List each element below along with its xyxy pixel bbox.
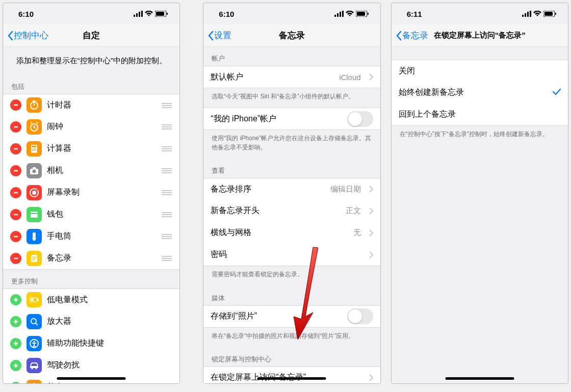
svg-rect-27 bbox=[31, 299, 34, 301]
back-button[interactable]: 设置 bbox=[207, 24, 231, 46]
svg-rect-0 bbox=[134, 15, 135, 17]
drag-handle-icon[interactable] bbox=[161, 166, 172, 175]
row-label: 屏幕录制 bbox=[47, 187, 156, 198]
home-indicator bbox=[257, 377, 326, 380]
note-bottom: 在“控制中心”按下“备忘录”控制时，始终创建新备忘录。 bbox=[392, 126, 568, 146]
row-default-account[interactable]: 默认帐户 iCloud bbox=[203, 66, 380, 88]
control-row[interactable]: 屏幕录制 bbox=[3, 181, 179, 204]
svg-rect-41 bbox=[357, 12, 365, 16]
remove-button[interactable] bbox=[10, 121, 21, 133]
add-button[interactable] bbox=[10, 338, 21, 349]
remove-button[interactable] bbox=[10, 209, 21, 220]
note-default-account: 选取“今天”视图中 Siri 和“备忘录”小组件的默认帐户。 bbox=[203, 88, 380, 108]
svg-point-34 bbox=[36, 368, 37, 369]
chevron-left-icon bbox=[7, 31, 13, 41]
svg-rect-32 bbox=[30, 366, 38, 368]
svg-rect-44 bbox=[525, 13, 526, 17]
row-my-iphone-account[interactable]: “我的 iPhone”帐户 bbox=[203, 108, 380, 130]
drag-handle-icon[interactable] bbox=[161, 210, 172, 219]
back-button[interactable]: 备忘录 bbox=[396, 24, 428, 46]
svg-rect-5 bbox=[156, 12, 164, 16]
remove-button[interactable] bbox=[10, 231, 21, 242]
svg-point-15 bbox=[34, 150, 35, 151]
section-view-header: 查看 bbox=[203, 159, 380, 178]
chevron-left-icon bbox=[207, 31, 214, 41]
svg-point-18 bbox=[33, 169, 36, 173]
control-row[interactable]: 驾驶勿扰 bbox=[3, 354, 179, 377]
option-row[interactable]: 始终创建新备忘录 bbox=[392, 82, 568, 104]
drag-handle-icon[interactable] bbox=[161, 144, 172, 153]
row-label: 低电量模式 bbox=[47, 295, 172, 305]
remove-button[interactable] bbox=[10, 165, 21, 176]
nav-title: 自定 bbox=[83, 30, 100, 41]
control-row[interactable]: 手电筒 bbox=[3, 225, 179, 248]
add-button[interactable] bbox=[10, 382, 21, 384]
row-label: 备忘录排序 bbox=[211, 184, 325, 195]
svg-point-31 bbox=[34, 341, 35, 342]
control-row[interactable]: 低电量模式 bbox=[3, 289, 179, 311]
control-row[interactable]: 钱包 bbox=[3, 203, 179, 226]
svg-rect-6 bbox=[167, 13, 168, 15]
svg-point-11 bbox=[32, 148, 33, 149]
drag-handle-icon[interactable] bbox=[161, 232, 172, 241]
status-time: 6:10 bbox=[18, 10, 34, 18]
remove-button[interactable] bbox=[10, 187, 21, 198]
control-row[interactable]: 备忘录 bbox=[3, 247, 179, 270]
control-row[interactable]: 相机 bbox=[3, 160, 179, 182]
chevron-right-icon bbox=[369, 374, 373, 381]
section-account-header: 帐户 bbox=[203, 47, 380, 66]
remove-button[interactable] bbox=[10, 143, 21, 154]
option-row[interactable]: 回到上个备忘录 bbox=[392, 103, 568, 126]
toggle-save-photos[interactable] bbox=[347, 308, 373, 324]
control-row[interactable]: 闹钟 bbox=[3, 116, 179, 138]
signal-icon bbox=[134, 11, 143, 17]
include-list: 计时器闹钟计算器相机屏幕录制钱包手电筒备忘录 bbox=[3, 94, 179, 270]
content-scroll[interactable]: 关闭始终创建新备忘录回到上个备忘录 在“控制中心”按下“备忘录”控制时，始终创建… bbox=[392, 47, 568, 383]
back-button[interactable]: 控制中心 bbox=[7, 24, 48, 46]
svg-rect-24 bbox=[33, 232, 36, 238]
row-value: 编辑日期 bbox=[330, 185, 361, 194]
svg-point-13 bbox=[35, 148, 36, 149]
add-button[interactable] bbox=[10, 360, 21, 371]
content-scroll[interactable]: 帐户 默认帐户 iCloud 选取“今天”视图中 Siri 和“备忘录”小组件的… bbox=[203, 47, 380, 383]
control-row[interactable]: 放大器 bbox=[3, 310, 179, 333]
row-sort[interactable]: 备忘录排序 编辑日期 bbox=[203, 178, 380, 200]
row-password[interactable]: 密码 bbox=[203, 244, 380, 266]
remove-button[interactable] bbox=[10, 99, 21, 111]
row-label: 横线与网格 bbox=[211, 227, 348, 238]
drag-handle-icon[interactable] bbox=[161, 188, 172, 197]
notes-icon bbox=[27, 251, 42, 266]
row-lines[interactable]: 横线与网格 无 bbox=[203, 222, 380, 244]
row-newnote[interactable]: 新备忘录开头 正文 bbox=[203, 200, 380, 222]
wifi-icon bbox=[145, 11, 153, 17]
nav-bar: 控制中心 自定 bbox=[3, 24, 179, 47]
nav-bar: 设置 备忘录 bbox=[203, 24, 380, 47]
alarm-icon bbox=[27, 119, 42, 135]
drag-handle-icon[interactable] bbox=[161, 122, 172, 131]
row-label: 存储到“照片” bbox=[211, 311, 342, 322]
add-button[interactable] bbox=[10, 294, 21, 305]
svg-point-14 bbox=[32, 150, 33, 151]
remove-button[interactable] bbox=[10, 253, 21, 264]
option-row[interactable]: 关闭 bbox=[392, 60, 568, 82]
signal-icon bbox=[522, 11, 531, 17]
toggle-my-iphone[interactable] bbox=[347, 111, 373, 127]
drag-handle-icon[interactable] bbox=[161, 101, 172, 110]
svg-rect-19 bbox=[33, 167, 36, 169]
row-lock-access[interactable]: 在锁定屏幕上访问“备忘录” bbox=[203, 367, 380, 383]
more-list: 低电量模式放大器辅助功能快捷键驾驶勿扰秒表 bbox=[3, 289, 179, 383]
control-row[interactable]: 辅助功能快捷键 bbox=[3, 332, 179, 355]
row-save-photos[interactable]: 存储到“照片” bbox=[203, 305, 380, 328]
svg-rect-22 bbox=[31, 212, 38, 218]
stopwatch-icon bbox=[27, 380, 42, 384]
content-scroll[interactable]: 添加和整理显示在“控制中心”中的附加控制。 包括 计时器闹钟计算器相机屏幕录制钱… bbox=[3, 47, 179, 383]
svg-rect-37 bbox=[337, 13, 339, 17]
control-row[interactable]: 计时器 bbox=[3, 94, 179, 116]
record-icon bbox=[27, 185, 42, 200]
phone-screen-3: 6:11 备忘录 在锁定屏幕上访问“备忘录” 关闭始终创建新备忘录回到上个备忘录… bbox=[391, 3, 568, 384]
control-row[interactable]: 计算器 bbox=[3, 138, 179, 160]
drag-handle-icon[interactable] bbox=[161, 254, 172, 263]
status-bar: 6:11 bbox=[392, 3, 568, 24]
add-button[interactable] bbox=[10, 316, 21, 327]
svg-rect-23 bbox=[31, 213, 38, 214]
